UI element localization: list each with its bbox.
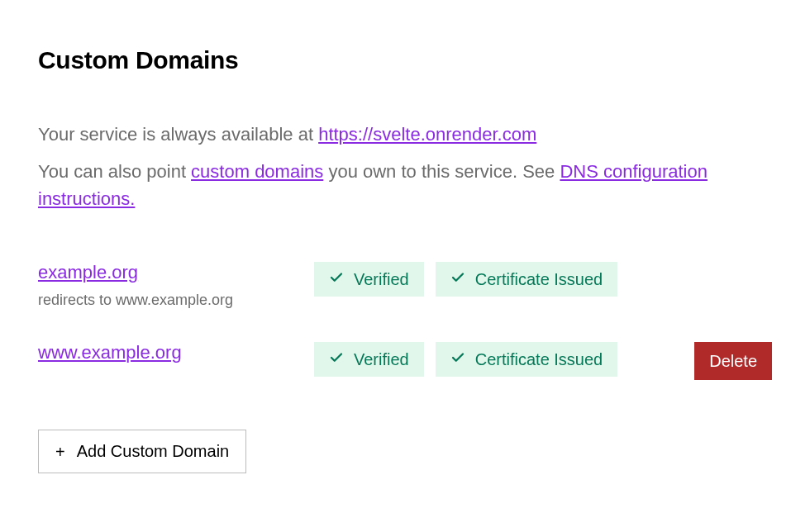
intro-line-1: Your service is always available at http… — [38, 121, 772, 148]
intro-text: you own to this service. See — [323, 161, 560, 182]
custom-domains-link[interactable]: custom domains — [191, 161, 323, 182]
badge-label: Certificate Issued — [475, 270, 603, 289]
badge-label: Verified — [354, 270, 409, 289]
redirect-note: redirects to www.example.org — [38, 292, 303, 309]
domain-row: example.org redirects to www.example.org… — [38, 262, 772, 309]
add-button-label: Add Custom Domain — [77, 442, 230, 461]
intro-text: Your service is always available at — [38, 124, 318, 145]
page-title: Custom Domains — [38, 46, 772, 74]
domain-link[interactable]: www.example.org — [38, 342, 182, 363]
intro-text: You can also point — [38, 161, 191, 182]
add-custom-domain-button[interactable]: + Add Custom Domain — [38, 430, 246, 473]
delete-button[interactable]: Delete — [694, 342, 772, 380]
badge-label: Certificate Issued — [475, 350, 603, 369]
plus-icon: + — [55, 444, 65, 460]
verified-badge: Verified — [314, 262, 424, 297]
check-icon — [450, 350, 465, 369]
badge-label: Verified — [354, 350, 409, 369]
check-icon — [329, 270, 344, 289]
service-url-link[interactable]: https://svelte.onrender.com — [318, 124, 536, 145]
check-icon — [450, 270, 465, 289]
domain-row: www.example.org Verified Certificate Iss… — [38, 342, 772, 380]
check-icon — [329, 350, 344, 369]
certificate-badge: Certificate Issued — [436, 342, 618, 377]
domain-link[interactable]: example.org — [38, 262, 138, 283]
certificate-badge: Certificate Issued — [436, 262, 618, 297]
intro-line-2: You can also point custom domains you ow… — [38, 158, 772, 212]
verified-badge: Verified — [314, 342, 424, 377]
